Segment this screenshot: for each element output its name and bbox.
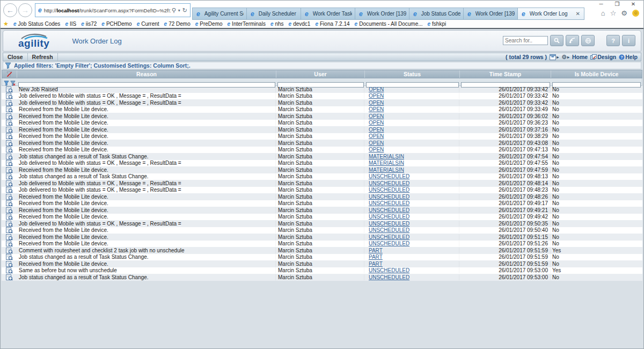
search-button[interactable] (550, 35, 564, 46)
column-header-reason[interactable]: Reason (17, 70, 276, 78)
view-record-icon[interactable] (6, 227, 13, 233)
status-link[interactable]: OPEN (369, 113, 384, 119)
column-header-timestamp[interactable]: Time Stamp (460, 70, 551, 78)
export-dropdown-icon[interactable]: ▸ (557, 55, 559, 60)
favorite-link[interactable]: efshkpi (428, 21, 447, 27)
status-link[interactable]: UNSCHEDULED (369, 241, 409, 246)
table-row[interactable]: Received from the Mobile Lite device. Ma… (2, 147, 642, 154)
refresh-button[interactable]: Refresh (28, 53, 58, 61)
table-row[interactable]: Job delivered to Mobile with status = OK… (2, 180, 642, 187)
table-row[interactable]: Job delivered to Mobile with status = OK… (2, 220, 642, 227)
view-record-icon[interactable] (6, 248, 13, 253)
favorite-link[interactable]: eFiona 7.2.14 (315, 21, 349, 27)
view-record-icon[interactable] (6, 120, 13, 126)
status-link[interactable]: UNSCHEDULED (369, 227, 409, 233)
view-record-icon[interactable] (6, 113, 13, 119)
table-row[interactable]: Received from the Mobile Lite device. Ma… (2, 200, 642, 207)
view-record-icon[interactable] (6, 93, 13, 99)
table-row[interactable]: Job status changed as a result of Task S… (2, 254, 642, 261)
table-row[interactable]: Received from the Mobile Lite device. Ma… (2, 126, 642, 133)
table-row[interactable]: Received from the Mobile Lite device. Ma… (2, 234, 642, 241)
favorite-link[interactable]: eJob Status Codes (13, 21, 61, 27)
status-link[interactable]: MATERIALSIN (369, 160, 404, 166)
favorite-link[interactable]: eInterTerminals (228, 21, 266, 27)
favorites-star-icon[interactable]: ☆ (610, 9, 617, 17)
table-row[interactable]: Received from the Mobile Lite device. Ma… (2, 193, 642, 200)
table-row[interactable]: Job delivered to Mobile with status = OK… (2, 187, 642, 194)
status-link[interactable]: PART (369, 254, 383, 260)
tab-work-order-tasks[interactable]: eWork Order Tasks [TAS... (301, 8, 355, 20)
home-link[interactable]: Home (572, 54, 588, 60)
home-icon[interactable]: ⌂ (601, 9, 605, 17)
view-record-icon[interactable] (6, 100, 13, 106)
status-link[interactable]: UNSCHEDULED (369, 180, 409, 186)
table-row[interactable]: Received from the Mobile Lite device. Ma… (2, 207, 642, 214)
search-input[interactable] (503, 36, 548, 45)
design-link[interactable]: Design (590, 54, 616, 60)
table-row[interactable]: New Job Raised Marcin Sztuba OPEN 26/01/… (2, 86, 642, 93)
table-row[interactable]: Received from the Mobile Lite device. Ma… (2, 241, 642, 248)
tab-agility-current-sources[interactable]: eAgility Current Sources (192, 8, 246, 20)
view-record-icon[interactable] (6, 261, 13, 267)
view-record-icon[interactable] (6, 140, 13, 146)
table-row[interactable]: Received from the Mobile Lite device. Ma… (2, 133, 642, 140)
settings-gear-icon[interactable]: ⚙ (621, 9, 627, 17)
table-row[interactable]: Job status changed as a result of Task S… (2, 173, 642, 180)
column-header-status[interactable]: Status (365, 70, 460, 78)
favorite-link[interactable]: eIIS (65, 21, 76, 27)
favorite-link[interactable]: eDocuments - All Docume... (355, 21, 423, 27)
forward-button[interactable]: → (18, 3, 32, 17)
table-row[interactable]: Received from the Mobile Lite device. Ma… (2, 113, 642, 120)
table-row[interactable]: Same as before but now with unschedule M… (2, 267, 642, 274)
status-link[interactable]: UNSCHEDULED (369, 187, 409, 193)
view-record-icon[interactable] (6, 187, 13, 193)
view-record-icon[interactable] (6, 241, 13, 246)
status-link[interactable]: OPEN (369, 93, 384, 99)
status-link[interactable]: OPEN (369, 106, 384, 112)
column-header-is-mobile-device[interactable]: Is Mobile Device (551, 70, 642, 78)
view-record-icon[interactable] (6, 200, 13, 206)
tab-work-order-13913[interactable]: eWork Order [13913] (463, 8, 517, 20)
view-record-icon[interactable] (6, 234, 13, 240)
tab-work-order-13911[interactable]: eWork Order [13911] (355, 8, 409, 20)
rss-button[interactable] (566, 35, 579, 46)
view-record-icon[interactable] (6, 173, 13, 179)
favorite-link[interactable]: enhs (270, 21, 284, 27)
status-link[interactable]: OPEN (369, 133, 384, 139)
globe-button[interactable] (581, 35, 595, 46)
view-record-icon[interactable] (6, 180, 13, 186)
feedback-smiley-icon[interactable]: ☺ (632, 10, 639, 17)
status-link[interactable]: OPEN (369, 127, 384, 133)
status-link[interactable]: UNSCHEDULED (369, 214, 409, 220)
status-link[interactable]: PART (369, 261, 383, 267)
url-dropdown-icon[interactable]: ▾ (178, 8, 180, 13)
help-button[interactable]: ? (606, 35, 620, 46)
view-record-icon[interactable] (6, 254, 13, 260)
info-button[interactable]: i (622, 35, 635, 46)
apply-filter-icon[interactable] (4, 81, 9, 86)
tab-daily-scheduler[interactable]: eDaily Scheduler (246, 8, 301, 20)
status-link[interactable]: UNSCHEDULED (369, 194, 409, 200)
status-link[interactable]: UNSCHEDULED (369, 234, 409, 240)
table-row[interactable]: Job delivered to Mobile with status = OK… (2, 160, 642, 167)
export-button[interactable]: ▸ (550, 54, 559, 60)
status-link[interactable]: UNSCHEDULED (369, 207, 409, 213)
column-header-user[interactable]: User (276, 70, 365, 78)
close-button[interactable]: Close (3, 53, 28, 61)
favorite-link[interactable]: eCurrent (137, 21, 159, 27)
favorite-link[interactable]: eiis72 (81, 21, 97, 27)
table-row[interactable]: Received from the Mobile Lite device. Ma… (2, 260, 642, 267)
view-record-icon[interactable] (6, 167, 13, 173)
address-bar[interactable]: e http://localhost/trunk/ScanForm.aspx?F… (35, 3, 191, 17)
view-record-icon[interactable] (6, 207, 13, 213)
view-record-icon[interactable] (6, 127, 13, 133)
status-link[interactable]: OPEN (369, 100, 384, 106)
status-link[interactable]: UNSCHEDULED (369, 200, 409, 206)
view-record-icon[interactable] (6, 160, 13, 166)
favorite-link[interactable]: ePreDemo (195, 21, 223, 27)
tools-dropdown-icon[interactable]: ▸ (567, 55, 569, 60)
minimize-button[interactable]: ─ (593, 1, 609, 9)
status-link[interactable]: MATERIALSIN (369, 167, 404, 173)
status-link[interactable]: UNSCHEDULED (369, 274, 409, 280)
back-button[interactable]: ← (3, 3, 17, 17)
